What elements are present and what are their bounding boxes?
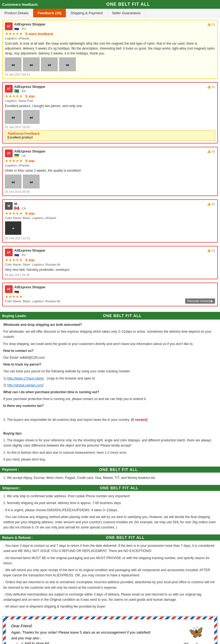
bl-p7: 1) http://www.17track.net/en (copy to th…: [3, 376, 217, 381]
review-meta-2: Logistics: Swiss Post: [5, 99, 215, 102]
thumbs-icon-4: 👍: [207, 202, 211, 206]
review-img-1d: 📷: [59, 58, 76, 71]
payment-content: 1. We accept Alipay, Escrow, West Union,…: [0, 473, 220, 485]
star-label-1: 5 stars feedback: [25, 32, 53, 36]
helpful-count-3: (0): [211, 150, 215, 153]
tab-product-details[interactable]: Product Details: [0, 9, 33, 17]
tab-feedback[interactable]: Feedback (16): [33, 9, 66, 17]
track-link-1[interactable]: http://www.17track.net/en: [7, 376, 44, 380]
helpful-2[interactable]: 👍 (0): [207, 85, 215, 89]
country-4: CA: [22, 207, 26, 210]
thumbs-icon-5: 👍: [207, 249, 211, 252]
helpful-count-5: (0): [211, 249, 215, 252]
reviewer-avatar-3: AT: [5, 150, 13, 157]
tab-seller-guarantees[interactable]: Seller Guarantees: [108, 9, 145, 17]
return-header: Return & Refund : ONE BELT FIT ALL: [0, 534, 220, 540]
thank-you-text: Thank you: [184, 641, 209, 644]
return-label: Return & Refund :: [2, 536, 33, 540]
country-3: UA: [22, 154, 26, 157]
reviewer-sub-5: 🇷🇺 RU: [14, 252, 215, 257]
review-card-6: AT AliExpress Shopper 🇷🇺 ★★★★★ Color Nam…: [2, 283, 218, 306]
reviewer-info-4: M. 🇨🇦 CA: [14, 202, 215, 210]
ship-p4: - You can choose any shipping method whe…: [3, 514, 217, 530]
thumbs-icon-1: 👍: [207, 22, 211, 26]
stars-6: ★★★★★: [5, 294, 23, 299]
helpful-3[interactable]: 👍 (0): [207, 150, 215, 153]
buying-leads-header: Buying Leads: ONE BELT FIT ALL: [0, 312, 220, 320]
star-label-4: 5 star: [25, 211, 35, 215]
track-link-2[interactable]: http://global.cainiao.com/: [7, 383, 44, 387]
review-card-4: 👍 (0) M M. 🇨🇦 CA ★★★★★ 5 star Color Name…: [2, 199, 218, 243]
ret-p3: - We will refund you only upon receipt o…: [3, 568, 217, 578]
shipment-label: Shipment :: [2, 486, 21, 490]
review-img-1a: 📷: [5, 58, 21, 71]
recently-viewed-btn[interactable]: Recently Viewed ▶: [185, 298, 215, 304]
review-images-1: 📷 📷 📷 📷: [5, 58, 215, 71]
reviewer-name-3: AliExpress Shopper: [14, 150, 215, 153]
ret-p2: - All returned items MUST BE in the orig…: [3, 556, 217, 566]
bl-p11: Is there any customs tax?: [3, 403, 217, 409]
review-images-2: 📷 📷: [5, 110, 215, 124]
review-img-3b: 📷: [23, 175, 40, 188]
flag-3: 🇺🇦: [14, 153, 20, 157]
flag-1: 🇷🇺: [14, 26, 20, 30]
star-label-5: 5 star: [25, 258, 35, 262]
reviews-section: 👍 (0) AT AliExpress Shopper 🇷🇺 RU ★★★★★ …: [0, 18, 220, 312]
letter-border: 🦋 Thank you Dear Friend: Again, Thanks f…: [3, 617, 217, 644]
letter-and-you: and you may also :: [11, 636, 209, 640]
reviewer-info-5: AliExpress Shopper 🇷🇺 RU: [14, 249, 215, 257]
payment-label: Payment :: [2, 467, 19, 472]
review-text-2: Excellent product. I bought two pieces. …: [5, 104, 215, 108]
star-row-3: ★★★★★ 5 star: [5, 159, 215, 163]
letter-dear: Dear Friend:: [11, 624, 209, 628]
review-img-1b: 📷: [23, 58, 40, 71]
additional-feedback-text-2: Excellent product: [7, 136, 213, 139]
return-brand: ONE BELT FIT ALL: [33, 535, 218, 540]
reviewer-name-5: AliExpress Shopper: [14, 249, 215, 252]
review-date-2: 01 Jan 2017 18:02: [5, 125, 215, 129]
ret-p1: - You have 3 days to contact us and 7 da…: [3, 543, 217, 554]
review-card-1: 👍 (0) AT AliExpress Shopper 🇷🇺 RU ★★★★★ …: [2, 20, 218, 79]
review-img-1c: 📷: [41, 58, 58, 71]
bl-p17: 2. As this is fashion item and also due …: [3, 450, 217, 455]
buying-leads-label: Buying Leads:: [2, 314, 27, 318]
country-5: RU: [22, 253, 26, 257]
review-meta-1: Logistics: ePacket: [5, 37, 215, 40]
bl-p16: 1. The images shown is for your referenc…: [3, 438, 217, 448]
reviewer-name-4: M.: [14, 202, 215, 206]
review-text-5: Very nice belt. horoshy prodovets. sovet…: [5, 267, 215, 272]
review-meta-3: Logistics: ePacket: [5, 164, 215, 167]
stars-4: ★★★★★: [5, 211, 23, 215]
review-images-3: 📷 📷: [5, 175, 215, 188]
bl-p15: Buying tips:: [3, 431, 217, 436]
star-row-2: ★★★★★ 5 star: [5, 94, 215, 98]
payment-header: Payment : ONE BELT FIT ALL: [0, 467, 220, 473]
flag-5: 🇷🇺: [14, 252, 20, 256]
ret-p4: - Orders that are returned to us due to …: [3, 580, 217, 590]
bl-p3: How to contact us?: [3, 348, 217, 353]
review-meta-4: Color Name: Black Logistics: ePacket: [5, 216, 215, 220]
helpful-4[interactable]: 👍 (0): [207, 202, 215, 206]
reviewer-info-3: AliExpress Shopper 🇺🇦 UA: [14, 150, 215, 157]
additional-feedback-2: Additional Feedback Excellent product: [5, 130, 215, 141]
reviewer-avatar-2: AT: [5, 85, 13, 93]
reviewer-info-2: AliExpress Shopper 🇧🇷 BR: [14, 85, 215, 93]
tab-shipping-payment[interactable]: Shipping & Payment: [66, 9, 108, 17]
star-row-1: ★★★★★ 5 stars feedback: [5, 31, 215, 36]
review-meta-5: Color Name: Silver Logistics: Russian Ai…: [5, 263, 215, 266]
reviewer-sub-1: 🇷🇺 RU: [14, 26, 215, 30]
review-meta-6: Color Name: Black Logistics: Russian Air: [5, 300, 215, 303]
bl-p5: How to track my parcel?: [3, 362, 217, 367]
reviewer-name-2: AliExpress Shopper: [14, 85, 215, 89]
bl-p6: You can track your parcel on the followi…: [3, 369, 217, 374]
bl-p10: If your purchase protection time is runn…: [3, 396, 217, 402]
letter-wrapper: 🦋 Thank you Dear Friend: Again, Thanks f…: [2, 616, 218, 644]
bl-p0: Wholesale and drop shipping are both wel…: [3, 322, 217, 327]
helpful-5[interactable]: 👍 (0): [207, 249, 215, 252]
helpful-1[interactable]: 👍 (0): [207, 22, 215, 26]
bl-p14: [3, 424, 217, 429]
bl-p9: What can I do when purchase protection t…: [3, 390, 217, 395]
flag-2: 🇧🇷: [14, 89, 20, 93]
bl-p18: If you mind, please don't buy.: [3, 457, 217, 462]
review-images-4: ■: [5, 221, 215, 235]
